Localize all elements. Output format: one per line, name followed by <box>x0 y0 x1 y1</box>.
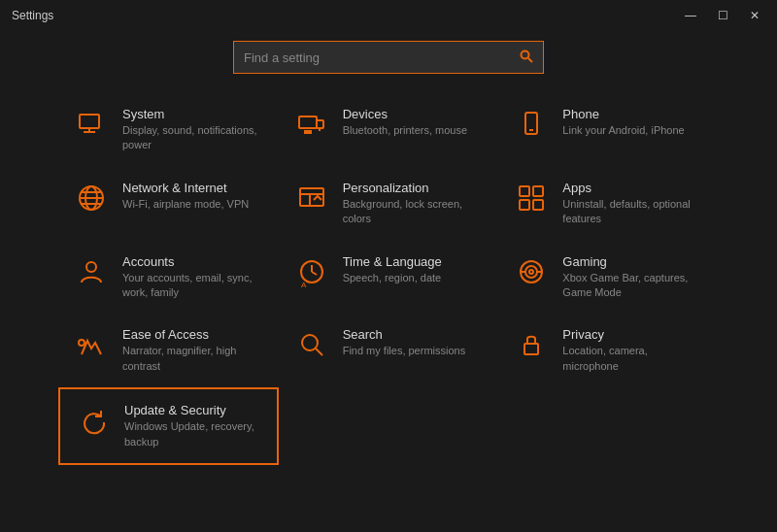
svg-rect-2 <box>80 115 99 128</box>
svg-rect-19 <box>520 186 529 196</box>
svg-line-26 <box>312 272 317 275</box>
time-desc: Speech, region, date <box>343 271 442 285</box>
search-bar[interactable] <box>233 41 544 74</box>
gaming-icon <box>514 254 549 294</box>
accounts-desc: Your accounts, email, sync, work, family <box>122 271 263 301</box>
apps-title: Apps <box>562 181 703 195</box>
settings-item-devices[interactable]: Devices Bluetooth, printers, mouse <box>279 93 499 167</box>
update-title: Update & Security <box>124 403 261 417</box>
settings-item-privacy[interactable]: Privacy Location, camera, microphone <box>498 314 719 387</box>
svg-point-30 <box>529 270 533 274</box>
phone-title: Phone <box>562 107 684 121</box>
privacy-desc: Location, camera, microphone <box>562 344 703 374</box>
ease-title: Ease of Access <box>122 327 263 342</box>
phone-desc: Link your Android, iPhone <box>562 123 684 138</box>
settings-item-network[interactable]: Network & Internet Wi-Fi, airplane mode,… <box>58 167 279 241</box>
search-input[interactable] <box>244 50 520 65</box>
svg-rect-22 <box>533 200 543 210</box>
gaming-desc: Xbox Game Bar, captures, Game Mode <box>562 271 703 301</box>
settings-item-system[interactable]: System Display, sound, notifications, po… <box>58 93 279 167</box>
privacy-icon <box>514 327 549 367</box>
search-icon <box>520 50 533 66</box>
system-icon <box>74 107 109 147</box>
svg-point-29 <box>525 266 537 278</box>
minimize-button[interactable]: — <box>679 7 702 24</box>
settings-item-search[interactable]: Search Find my files, permissions <box>279 314 499 387</box>
search-desc: Find my files, permissions <box>343 344 466 358</box>
title-bar: Settings — ☐ ✕ <box>0 0 777 31</box>
svg-point-34 <box>302 335 318 350</box>
privacy-title: Privacy <box>562 327 703 342</box>
apps-desc: Uninstall, defaults, optional features <box>562 197 703 227</box>
maximize-button[interactable]: ☐ <box>712 7 734 24</box>
ease-desc: Narrator, magnifier, high contrast <box>122 344 263 374</box>
accounts-icon <box>74 254 109 294</box>
personalization-title: Personalization <box>343 181 484 195</box>
svg-point-33 <box>79 340 84 346</box>
time-icon: A <box>294 254 329 294</box>
svg-rect-5 <box>299 116 317 128</box>
settings-item-time[interactable]: A Time & Language Speech, region, date <box>279 241 499 315</box>
svg-point-23 <box>86 262 96 272</box>
network-title: Network & Internet <box>122 181 249 195</box>
update-desc: Windows Update, recovery, backup <box>124 419 261 449</box>
devices-desc: Bluetooth, printers, mouse <box>343 123 467 138</box>
system-title: System <box>122 107 263 121</box>
personalization-icon <box>294 181 329 220</box>
settings-item-gaming[interactable]: Gaming Xbox Game Bar, captures, Game Mod… <box>498 241 719 315</box>
devices-title: Devices <box>343 107 467 121</box>
window-controls: — ☐ ✕ <box>679 7 765 24</box>
apps-icon <box>514 181 549 220</box>
time-title: Time & Language <box>343 254 442 269</box>
personalization-desc: Background, lock screen, colors <box>343 197 484 227</box>
network-desc: Wi-Fi, airplane mode, VPN <box>122 197 249 212</box>
settings-grid: System Display, sound, notifications, po… <box>0 93 777 465</box>
svg-rect-8 <box>305 131 311 133</box>
svg-text:A: A <box>301 281 307 287</box>
svg-point-0 <box>522 50 529 58</box>
svg-rect-36 <box>524 344 538 354</box>
settings-item-apps[interactable]: Apps Uninstall, defaults, optional featu… <box>498 167 719 241</box>
settings-item-update[interactable]: Update & Security Windows Update, recove… <box>58 387 279 465</box>
devices-icon <box>294 107 329 147</box>
accounts-title: Accounts <box>122 254 263 269</box>
settings-item-ease[interactable]: Ease of Access Narrator, magnifier, high… <box>58 314 279 387</box>
network-icon <box>74 181 109 220</box>
search-icon <box>294 327 329 367</box>
svg-rect-20 <box>533 186 543 196</box>
settings-item-personalization[interactable]: Personalization Background, lock screen,… <box>279 167 499 241</box>
svg-line-1 <box>528 58 532 62</box>
system-desc: Display, sound, notifications, power <box>122 123 263 153</box>
close-button[interactable]: ✕ <box>744 7 765 24</box>
svg-rect-6 <box>317 120 323 128</box>
settings-item-phone[interactable]: Phone Link your Android, iPhone <box>498 93 719 167</box>
svg-rect-21 <box>520 200 529 210</box>
phone-icon <box>514 107 549 147</box>
search-title: Search <box>343 327 466 342</box>
gaming-title: Gaming <box>562 254 703 269</box>
app-title: Settings <box>12 9 53 22</box>
ease-icon <box>74 327 109 367</box>
update-icon <box>76 403 111 443</box>
search-container <box>0 31 777 93</box>
settings-item-accounts[interactable]: Accounts Your accounts, email, sync, wor… <box>58 241 279 315</box>
svg-line-35 <box>316 349 322 355</box>
